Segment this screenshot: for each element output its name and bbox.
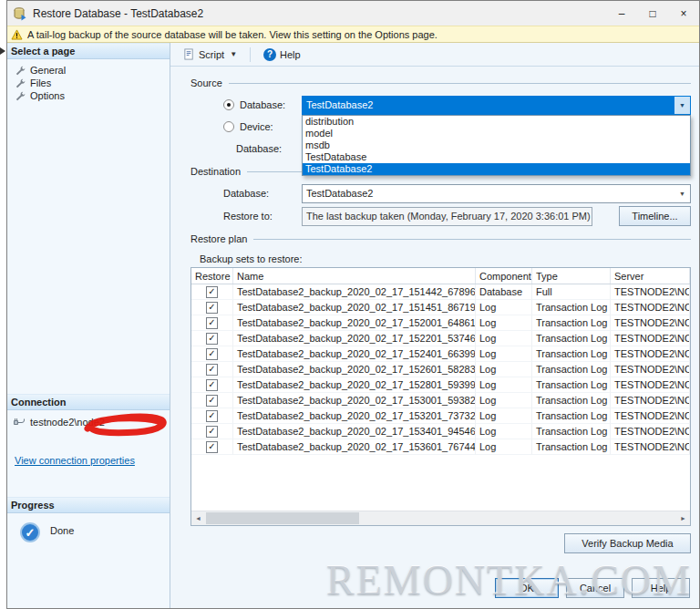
name-cell: TestDatabase2_backup_2020_02_17_152201_5…	[233, 331, 476, 346]
table-row[interactable]: ✓TestDatabase2_backup_2020_02_17_152801_…	[191, 377, 690, 393]
source-database-combo-wrap: TestDatabase2 ▼ distributionmodelmsdbTes…	[302, 96, 691, 115]
verify-backup-media-button[interactable]: Verify Backup Media	[564, 533, 691, 553]
server-cell: TESTNODE2\NODE2	[611, 424, 690, 439]
table-row[interactable]: ✓TestDatabase2_backup_2020_02_17_152001_…	[191, 315, 690, 331]
component-cell: Database	[476, 284, 532, 300]
name-cell: TestDatabase2_backup_2020_02_17_152001_6…	[233, 315, 476, 331]
ok-button[interactable]: OK	[495, 578, 559, 598]
server-cell: TESTNODE2\NODE2	[611, 377, 690, 393]
restore-cell: ✓	[191, 346, 233, 362]
timeline-button[interactable]: Timeline...	[619, 206, 691, 226]
script-dropdown-caret-icon[interactable]: ▼	[230, 50, 237, 58]
table-row[interactable]: ✓TestDatabase2_backup_2020_02_17_153401_…	[191, 424, 690, 439]
column-header-name[interactable]: Name	[233, 268, 476, 284]
dropdown-option-msdb[interactable]: msdb	[303, 139, 690, 151]
component-cell: Log	[476, 362, 532, 377]
chevron-down-icon[interactable]: ▼	[674, 185, 690, 202]
page-scroll-marker	[0, 47, 5, 55]
sidebar-item-options[interactable]: Options	[7, 89, 170, 102]
scroll-right-icon[interactable]: ►	[676, 511, 690, 525]
type-cell: Transaction Log	[532, 408, 611, 424]
name-cell: TestDatabase2_backup_2020_02_17_152801_5…	[233, 377, 476, 393]
name-cell: TestDatabase2_backup_2020_02_17_153201_7…	[233, 408, 476, 424]
connection-area: testnode2\node2 View connection properti…	[7, 410, 170, 497]
destination-group-label: Destination	[190, 166, 241, 177]
database-radio[interactable]: Database:	[223, 99, 302, 110]
sidebar: Select a page GeneralFilesOptions Connec…	[7, 43, 170, 608]
table-row[interactable]: ✓TestDatabase2_backup_2020_02_17_152201_…	[191, 331, 690, 346]
close-icon[interactable]: ×	[668, 1, 699, 26]
source-database-dropdown: distributionmodelmsdbTestDatabaseTestDat…	[302, 115, 691, 176]
restore-checkbox[interactable]: ✓	[206, 302, 218, 314]
restore-to-value: The last backup taken (Monday, February …	[306, 211, 591, 222]
dropdown-option-model[interactable]: model	[303, 128, 690, 139]
column-header-restore[interactable]: Restore	[191, 268, 233, 284]
dropdown-option-distribution[interactable]: distribution	[303, 116, 690, 128]
scrollbar-thumb[interactable]	[206, 512, 359, 524]
name-cell: TestDatabase2_backup_2020_02_17_152401_6…	[233, 346, 476, 362]
restore-checkbox[interactable]: ✓	[206, 317, 218, 329]
component-cell: Log	[476, 377, 532, 393]
component-cell: Log	[476, 331, 532, 346]
script-button[interactable]: Script ▼	[180, 46, 241, 62]
table-row[interactable]: ✓TestDatabase2_backup_2020_02_17_152601_…	[191, 362, 690, 377]
table-row[interactable]: ✓TestDatabase2_backup_2020_02_17_153001_…	[191, 393, 690, 408]
restore-database-icon	[13, 6, 27, 21]
group-divider	[253, 239, 691, 240]
chevron-down-icon[interactable]: ▼	[674, 97, 690, 114]
scroll-left-icon[interactable]: ◄	[191, 511, 205, 525]
restore-checkbox[interactable]: ✓	[206, 410, 218, 422]
minimize-icon[interactable]: –	[606, 1, 637, 26]
restore-checkbox[interactable]: ✓	[206, 286, 218, 298]
cancel-button[interactable]: Cancel	[566, 578, 624, 598]
titlebar[interactable]: Restore Database - TestDatabase2 – □ ×	[7, 1, 699, 26]
database-radio-label: Database:	[240, 99, 285, 110]
dropdown-option-testdatabase2[interactable]: TestDatabase2	[303, 163, 690, 175]
table-row[interactable]: ✓TestDatabase2_backup_2020_02_17_151451_…	[191, 300, 690, 315]
name-cell: TestDatabase2_backup_2020_02_17_153601_7…	[233, 439, 476, 455]
server-cell: TESTNODE2\NODE2	[611, 346, 690, 362]
restore-checkbox[interactable]: ✓	[206, 364, 218, 376]
help-button[interactable]: Help	[632, 578, 690, 598]
restore-cell: ✓	[191, 439, 233, 455]
sidebar-item-files[interactable]: Files	[7, 77, 170, 89]
restore-checkbox[interactable]: ✓	[206, 441, 218, 453]
restore-to-row: Restore to: The last backup taken (Monda…	[223, 206, 691, 226]
column-header-component[interactable]: Component	[476, 268, 532, 284]
device-radio[interactable]: Device:	[223, 121, 302, 132]
table-row[interactable]: ✓TestDatabase2_backup_2020_02_17_153601_…	[191, 439, 690, 455]
destination-database-label: Database:	[223, 188, 269, 199]
maximize-icon[interactable]: □	[637, 1, 668, 26]
restore-checkbox[interactable]: ✓	[206, 379, 218, 391]
sidebar-item-general[interactable]: General	[7, 64, 170, 77]
view-connection-properties-link[interactable]: View connection properties	[15, 455, 135, 466]
horizontal-scrollbar[interactable]: ◄ ►	[191, 511, 690, 525]
backup-table-body: ✓TestDatabase2_backup_2020_02_17_151442_…	[191, 284, 690, 511]
restore-checkbox[interactable]: ✓	[206, 395, 218, 407]
page-list: GeneralFilesOptions	[7, 59, 170, 394]
sidebar-item-label: Files	[30, 77, 51, 88]
column-header-type[interactable]: Type	[532, 268, 611, 284]
source-database-combobox[interactable]: TestDatabase2 ▼	[302, 96, 691, 115]
restore-to-label: Restore to:	[223, 211, 273, 222]
sidebar-item-label: General	[30, 65, 66, 76]
restore-checkbox[interactable]: ✓	[206, 348, 218, 360]
table-row[interactable]: ✓TestDatabase2_backup_2020_02_17_153201_…	[191, 408, 690, 424]
component-cell: Log	[476, 346, 532, 362]
table-row[interactable]: ✓TestDatabase2_backup_2020_02_17_151442_…	[191, 284, 690, 300]
table-row[interactable]: ✓TestDatabase2_backup_2020_02_17_152401_…	[191, 346, 690, 362]
restore-to-field[interactable]: The last backup taken (Monday, February …	[302, 207, 592, 226]
dropdown-option-testdatabase[interactable]: TestDatabase	[303, 151, 690, 163]
done-check-icon: ✓	[20, 522, 40, 542]
progress-header: Progress	[7, 497, 170, 513]
destination-database-combobox[interactable]: TestDatabase2 ▼	[302, 184, 691, 203]
restore-checkbox[interactable]: ✓	[206, 426, 218, 438]
restore-cell: ✓	[191, 377, 233, 393]
restore-cell: ✓	[191, 315, 233, 331]
column-header-server[interactable]: Server	[611, 268, 690, 284]
restore-checkbox[interactable]: ✓	[206, 333, 218, 345]
help-toolbar-button[interactable]: ? Help	[260, 46, 304, 63]
destination-database-value: TestDatabase2	[303, 185, 674, 202]
device-radio-icon[interactable]	[223, 121, 234, 132]
database-radio-icon[interactable]	[223, 99, 234, 110]
